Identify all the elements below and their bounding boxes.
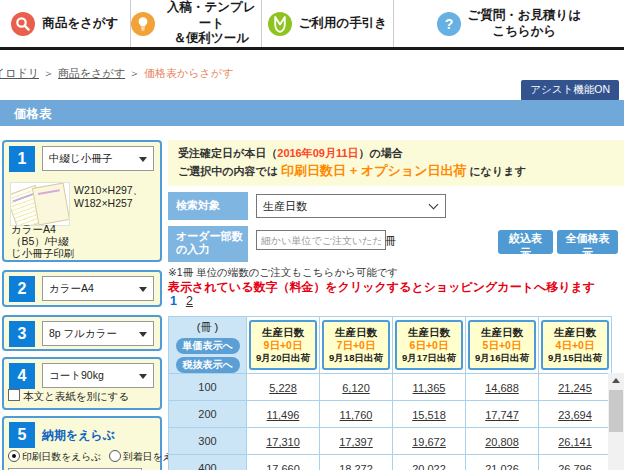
table-corner-cell: (冊 ) 単価表示へ 税抜表示へ [169, 317, 247, 374]
price-link[interactable]: 14,688 [485, 382, 519, 394]
price-cell: 14,688 [466, 374, 539, 401]
scrollbar-thumb[interactable] [609, 390, 623, 432]
table-row: 300 17,310 17,397 19,672 20,808 26,141 [169, 428, 612, 455]
paper-type-select[interactable]: コート90kg [42, 363, 154, 388]
booklet-image [32, 183, 70, 226]
print-days-highlight: 印刷日数日 [281, 163, 346, 178]
price-cell: 15,518 [393, 401, 466, 428]
step-number: 5 [9, 422, 35, 448]
production-days-header[interactable]: 生産日数7日+0日9月18日出荷 [322, 320, 390, 370]
breadcrumb-link-home[interactable]: イロドリ [0, 67, 39, 79]
price-link[interactable]: 6,120 [342, 382, 370, 394]
scrollbar-up-arrow-icon[interactable] [608, 373, 624, 388]
radio-label: 印刷日数をえらぶ [22, 451, 101, 462]
assist-function-toggle[interactable]: アシスト機能ON [521, 80, 619, 101]
search-target-select[interactable]: 生産日数 [256, 194, 446, 218]
print-days-radio[interactable] [8, 450, 20, 462]
step-number: 1 [9, 146, 35, 172]
all-prices-button[interactable]: 全価格表示 [557, 230, 618, 254]
filter-display-button[interactable]: 絞込表示 [498, 230, 553, 254]
price-link[interactable]: 11,496 [267, 409, 300, 421]
sidebar-step3-pages: 3 8p フルカラー [2, 315, 162, 351]
price-link[interactable]: 19,672 [412, 436, 446, 448]
beginner-mark-icon [268, 12, 292, 36]
arrival-date-radio[interactable] [109, 450, 121, 462]
unit-price-view-button[interactable]: 単価表示へ [176, 338, 240, 354]
order-quantity-label: オーダー部数の入力 [168, 226, 248, 262]
pages-color-select[interactable]: 8p フルカラー [42, 321, 154, 346]
separate-cover-checkbox[interactable] [8, 389, 20, 401]
price-link[interactable]: 21,245 [558, 382, 592, 394]
breadcrumb: イロドリ＞商品をさがす＞価格表からさがす [0, 66, 233, 81]
price-link[interactable]: 11,365 [413, 382, 446, 394]
pagination-page-2-link[interactable]: 2 [186, 294, 193, 308]
dropdown-arrow-icon [139, 157, 147, 162]
nav-item-search-products[interactable]: 商品をさがす [0, 0, 131, 47]
price-link[interactable]: 11,760 [340, 409, 373, 421]
price-cell: 21,245 [539, 374, 612, 401]
sidebar-step5-delivery: 5 納期をえらぶ 印刷日数をえらぶ 到着日をえらぶ [2, 416, 162, 470]
separate-cover-option: 本文と表紙を別にする [8, 389, 129, 404]
nav-label: 商品をさがす [42, 16, 118, 32]
price-cell: 23,694 [539, 401, 612, 428]
price-link[interactable]: 26,141 [558, 436, 592, 448]
price-cell: 11,496 [247, 401, 320, 428]
search-target-label: 検索対象 [168, 192, 248, 220]
price-link[interactable]: 17,397 [339, 436, 373, 448]
breadcrumb-link-search-products[interactable]: 商品をさがす [58, 67, 125, 79]
column-header: 生産日数6日+0日9月17日出荷 [393, 317, 466, 374]
checkbox-label: 本文と表紙を別にする [23, 390, 129, 402]
top-navigation: 商品をさがす 入稿・テンプレート＆便利ツール ご利用の手引き ? ご質問・お見 [0, 0, 624, 50]
breadcrumb-separator: ＞ [129, 67, 140, 79]
quantity-cell: 400 [169, 455, 247, 470]
step-number: 4 [9, 363, 35, 389]
table-scrollbar[interactable] [608, 373, 624, 470]
step-number: 3 [9, 321, 35, 347]
price-link[interactable]: 17,660 [266, 463, 300, 470]
price-cell: 11,760 [320, 401, 393, 428]
column-header: 生産日数7日+0日9月18日出荷 [320, 317, 393, 374]
unit-order-note: ※1冊 単位の端数のご注文もこちらから可能です [168, 266, 398, 280]
page-title-bar: 価格表 [0, 100, 624, 126]
price-link[interactable]: 20,808 [485, 436, 519, 448]
price-link[interactable]: 17,310 [266, 436, 300, 448]
table-row: 100 5,228 6,120 11,365 14,688 21,245 [169, 374, 612, 401]
nav-item-user-guide[interactable]: ご利用の手引き [262, 0, 394, 47]
price-link[interactable]: 17,747 [485, 409, 519, 421]
price-table-page: 商品をさがす 入稿・テンプレート＆便利ツール ご利用の手引き ? ご質問・お見 [0, 0, 624, 470]
production-days-header[interactable]: 生産日数4日+0日9月15日出荷 [541, 320, 609, 370]
price-cell: 20,022 [393, 455, 466, 470]
production-days-header[interactable]: 生産日数9日+0日9月20日出荷 [249, 320, 317, 370]
sidebar-step4-paper: 4 コート90kg 本文と表紙を別にする [2, 357, 162, 410]
production-days-header[interactable]: 生産日数5日+0日9月16日出荷 [468, 320, 536, 370]
breadcrumb-separator: ＞ [43, 67, 54, 79]
price-link[interactable]: 21,026 [485, 463, 519, 470]
dropdown-arrow-icon [139, 287, 147, 292]
production-days-header[interactable]: 生産日数6日+0日9月17日出荷 [395, 320, 463, 370]
price-cell: 5,228 [247, 374, 320, 401]
nav-item-templates-tools[interactable]: 入稿・テンプレート＆便利ツール [131, 0, 263, 47]
column-header: 生産日数9日+0日9月20日出荷 [247, 317, 320, 374]
svg-text:?: ? [444, 16, 453, 32]
price-cell: 26,141 [539, 428, 612, 455]
sidebar-step1-product: 1 中綴じ小冊子 W210×H297、 W182×H257 カラーA4 （B5）… [2, 140, 162, 262]
price-link[interactable]: 18,272 [339, 463, 373, 470]
price-link[interactable]: 5,228 [269, 382, 297, 394]
color-size-select[interactable]: カラーA4 [42, 276, 154, 301]
product-type-select[interactable]: 中綴じ小冊子 [42, 146, 154, 171]
price-link[interactable]: 26,796 [558, 463, 592, 470]
price-table: (冊 ) 単価表示へ 税抜表示へ 生産日数9日+0日9月20日出荷 生産日数7日… [168, 316, 612, 470]
page-title: 価格表 [14, 106, 52, 123]
sidebar-step2-color-size: 2 カラーA4 [2, 270, 162, 307]
order-quantity-input[interactable] [256, 230, 386, 250]
breadcrumb-current: 価格表からさがす [144, 67, 233, 79]
nav-item-contact-quote[interactable]: ? ご質問・お見積りはこちらから [394, 0, 624, 47]
tax-excluded-view-button[interactable]: 税抜表示へ [176, 357, 240, 373]
notice-line1: 受注確定日が本日（2016年09月11日）の場合 [178, 146, 403, 161]
order-date: 2016年09月11日 [277, 147, 358, 159]
price-link[interactable]: 23,694 [558, 409, 592, 421]
price-link[interactable]: 20,022 [412, 463, 446, 470]
search-icon [11, 12, 35, 36]
price-link[interactable]: 15,518 [412, 409, 446, 421]
table-row: 200 11,496 11,760 15,518 17,747 23,694 [169, 401, 612, 428]
